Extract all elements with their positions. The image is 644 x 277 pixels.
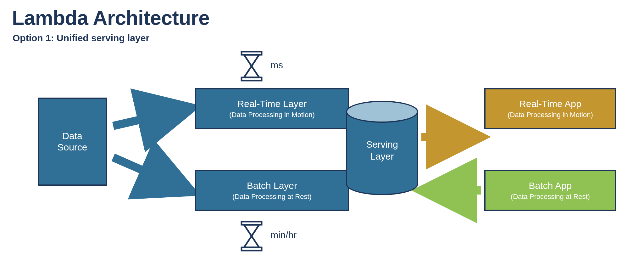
- node-realtime-app-sub: (Data Processing in Motion): [508, 111, 593, 119]
- node-batch-app-label: Batch App: [529, 180, 572, 191]
- node-serving-layer: Serving Layer: [346, 101, 418, 195]
- node-data-source-label: Data Source: [57, 130, 87, 153]
- node-data-source: Data Source: [38, 98, 107, 186]
- node-batch-layer: Batch Layer (Data Processing at Rest): [195, 170, 349, 211]
- node-batch-layer-label: Batch Layer: [247, 180, 297, 191]
- node-batch-app: Batch App (Data Processing at Rest): [484, 170, 616, 211]
- hourglass-icon: [239, 220, 264, 249]
- cylinder-top: [346, 101, 418, 123]
- page-subtitle: Option 1: Unified serving layer: [13, 33, 149, 43]
- node-serving-layer-label: Serving Layer: [346, 138, 418, 162]
- timing-top-label: ms: [270, 60, 283, 71]
- node-realtime-layer-label: Real-Time Layer: [237, 98, 307, 110]
- page-title: Lambda Architecture: [12, 6, 209, 30]
- node-realtime-app: Real-Time App (Data Processing in Motion…: [484, 88, 616, 129]
- cylinder-bottom: [346, 173, 418, 195]
- arrow-ds-to-batch: [113, 157, 189, 190]
- node-batch-app-sub: (Data Processing at Rest): [511, 193, 590, 201]
- hourglass-icon: [239, 50, 264, 79]
- timing-bottom-label: min/hr: [270, 230, 297, 240]
- node-realtime-layer-sub: (Data Processing in Motion): [229, 111, 314, 119]
- node-batch-layer-sub: (Data Processing at Rest): [232, 193, 312, 201]
- arrow-ds-to-rt: [113, 109, 189, 126]
- node-realtime-app-label: Real-Time App: [519, 98, 581, 110]
- node-realtime-layer: Real-Time Layer (Data Processing in Moti…: [195, 88, 349, 129]
